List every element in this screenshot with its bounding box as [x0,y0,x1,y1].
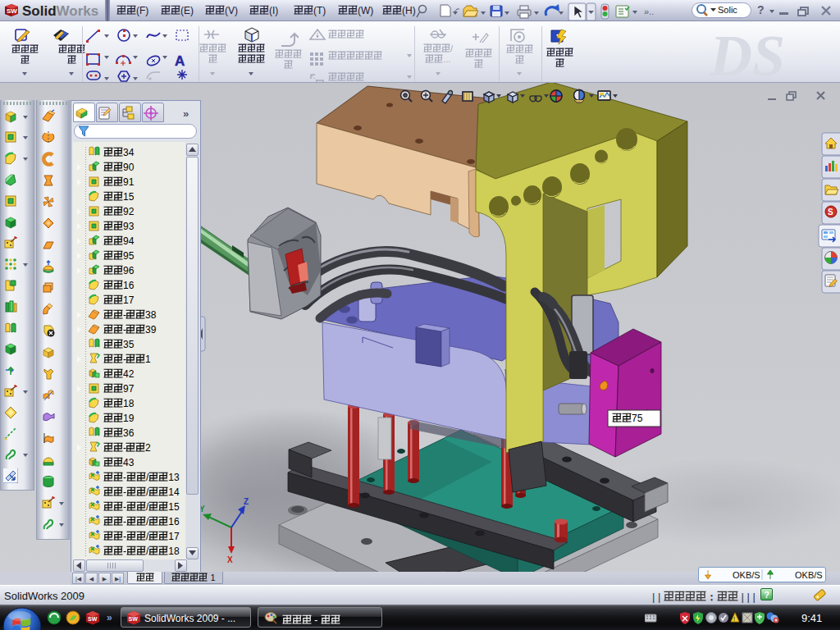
svg-text:SW: SW [129,616,139,622]
svg-text:!: ! [733,615,735,623]
svg-text:SW: SW [7,7,17,15]
svg-text:»..: ».. [644,7,654,16]
svg-text:DS: DS [709,25,785,82]
svg-text:A: A [175,53,185,69]
svg-text:»: » [107,612,112,623]
svg-text:X: X [227,555,233,564]
svg-text:SW: SW [88,616,98,622]
svg-text:OKB/S: OKB/S [795,570,823,580]
svg-text:OKB/S: OKB/S [733,570,760,580]
svg-text:S: S [828,208,833,217]
svg-text:SolidWorks: SolidWorks [22,3,98,19]
svg-text:Solic: Solic [718,5,737,15]
svg-text:Z: Z [244,497,249,506]
